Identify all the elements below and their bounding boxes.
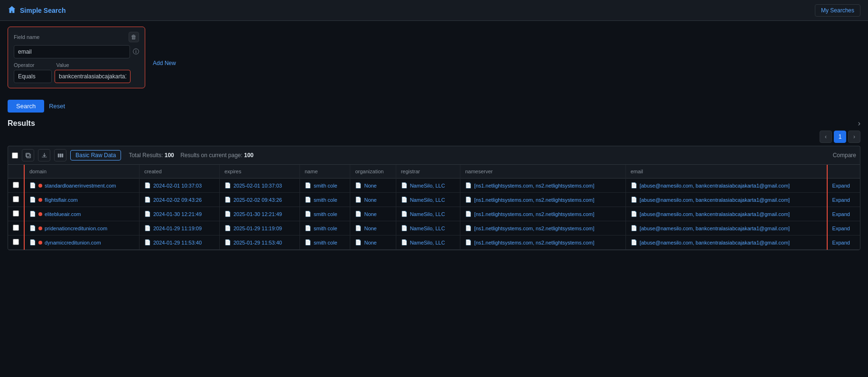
doc-icon: 📄 <box>29 182 36 188</box>
email-link[interactable]: [abuse@namesilo.com, bankcentralasiabcaj… <box>640 240 790 245</box>
registrar-link[interactable]: NameSilo, LLC <box>410 183 445 188</box>
th-email: email <box>625 165 827 179</box>
doc-icon: 📄 <box>465 225 472 231</box>
expires-link[interactable]: 2025-01-30 12:21:49 <box>233 211 282 217</box>
expand-cell[interactable]: Expand <box>827 236 860 250</box>
created-link[interactable]: 2024-02-01 10:37:03 <box>153 183 202 188</box>
page-1-button[interactable]: 1 <box>834 131 846 143</box>
field-select[interactable]: email domain name registrar <box>14 45 130 58</box>
table-row: 📄 dynamiccreditunion.com 📄 2024-01-29 11… <box>8 236 860 250</box>
expires-link[interactable]: 2025-02-01 10:37:03 <box>233 183 282 188</box>
registrar-cell: 📄 NameSilo, LLC <box>396 236 460 250</box>
status-dot <box>38 212 42 216</box>
registrar-link[interactable]: NameSilo, LLC <box>410 211 445 217</box>
value-input[interactable] <box>55 70 131 83</box>
email-link[interactable]: [abuse@namesilo.com, bankcentralasiabcaj… <box>640 197 790 203</box>
domain-link[interactable]: standardloanerinvestment.com <box>45 183 116 188</box>
registrar-link[interactable]: NameSilo, LLC <box>410 197 445 203</box>
email-cell: 📄 [abuse@namesilo.com, bankcentralasiabc… <box>625 236 827 250</box>
current-page-label: Results on current page: <box>180 152 243 159</box>
domain-link[interactable]: pridenationcreditunion.com <box>45 226 107 231</box>
doc-icon: 📄 <box>224 182 231 188</box>
expires-link[interactable]: 2025-01-29 11:53:40 <box>233 240 282 245</box>
registrar-cell: 📄 NameSilo, LLC <box>396 193 460 207</box>
compare-button[interactable]: Compare <box>833 152 856 159</box>
download-button[interactable] <box>38 149 50 161</box>
expand-cell[interactable]: Expand <box>827 207 860 221</box>
status-dot <box>38 226 42 230</box>
nameserver-link[interactable]: [ns1.netlightsystems.com, ns2.netlightsy… <box>474 183 594 188</box>
registrar-link[interactable]: NameSilo, LLC <box>410 240 445 245</box>
total-results-text: Total Results: 100 Results on current pa… <box>129 152 253 159</box>
created-link[interactable]: 2024-01-29 11:19:09 <box>153 226 202 231</box>
prev-page-button[interactable]: ‹ <box>820 131 832 143</box>
domain-link[interactable]: eliteblueair.com <box>45 211 81 217</box>
copy-button[interactable] <box>22 149 34 161</box>
registrar-link[interactable]: NameSilo, LLC <box>410 226 445 231</box>
doc-icon: 📄 <box>355 239 362 245</box>
th-domain: domain <box>24 165 139 179</box>
table-row: 📄 pridenationcreditunion.com 📄 2024-01-2… <box>8 221 860 236</box>
row-checkbox[interactable] <box>13 196 19 202</box>
next-page-button[interactable]: › <box>848 131 860 143</box>
nameserver-link[interactable]: [ns1.netlightsystems.com, ns2.netlightsy… <box>474 211 594 217</box>
created-link[interactable]: 2024-02-02 09:43:26 <box>153 197 202 203</box>
expand-results-arrow[interactable]: › <box>858 119 860 128</box>
nameserver-link[interactable]: [ns1.netlightsystems.com, ns2.netlightsy… <box>474 197 594 203</box>
row-checkbox[interactable] <box>13 210 19 217</box>
doc-icon: 📄 <box>631 197 637 203</box>
th-created: created <box>139 165 219 179</box>
doc-icon: 📄 <box>631 211 637 217</box>
info-icon[interactable]: ⓘ <box>133 47 139 56</box>
app-title: Simple Search <box>20 7 66 14</box>
expand-cell[interactable]: Expand <box>827 193 860 207</box>
operator-select[interactable]: Equals Contains Starts with Ends with <box>14 70 52 83</box>
expand-cell[interactable]: Expand <box>827 179 860 193</box>
columns-button[interactable] <box>54 149 66 161</box>
search-actions: Search Reset <box>8 100 860 113</box>
created-link[interactable]: 2024-01-30 12:21:49 <box>153 211 202 217</box>
my-searches-button[interactable]: My Searches <box>815 4 860 17</box>
registrar-cell: 📄 NameSilo, LLC <box>396 179 460 193</box>
expires-link[interactable]: 2025-02-02 09:43:26 <box>233 197 282 203</box>
email-link[interactable]: [abuse@namesilo.com, bankcentralasiabcaj… <box>640 226 790 231</box>
name-link[interactable]: smith cole <box>314 226 337 231</box>
row-checkbox[interactable] <box>13 182 19 188</box>
domain-link[interactable]: dynamiccreditunion.com <box>45 240 101 245</box>
row-checkbox-cell <box>8 193 24 207</box>
svg-rect-4 <box>61 153 63 157</box>
name-link[interactable]: smith cole <box>314 197 337 203</box>
table-body: 📄 standardloanerinvestment.com 📄 2024-02… <box>8 179 860 250</box>
search-button[interactable]: Search <box>8 100 44 113</box>
nameserver-link[interactable]: [ns1.netlightsystems.com, ns2.netlightsy… <box>474 226 594 231</box>
org-link[interactable]: None <box>364 197 376 203</box>
doc-icon: 📄 <box>631 182 637 188</box>
expires-link[interactable]: 2025-01-29 11:19:09 <box>233 226 282 231</box>
org-link[interactable]: None <box>364 183 376 188</box>
name-link[interactable]: smith cole <box>314 240 337 245</box>
add-new-link[interactable]: Add New <box>153 60 176 66</box>
nameserver-link[interactable]: [ns1.netlightsystems.com, ns2.netlightsy… <box>474 240 594 245</box>
domain-link[interactable]: flightsflair.com <box>45 197 78 203</box>
name-link[interactable]: smith cole <box>314 211 337 217</box>
row-checkbox[interactable] <box>13 239 19 245</box>
doc-icon: 📄 <box>305 225 311 231</box>
reset-button[interactable]: Reset <box>49 103 65 110</box>
org-link[interactable]: None <box>364 226 376 231</box>
email-link[interactable]: [abuse@namesilo.com, bankcentralasiabcaj… <box>640 211 790 217</box>
doc-icon: 📄 <box>224 225 231 231</box>
created-link[interactable]: 2024-01-29 11:53:40 <box>153 240 202 245</box>
org-link[interactable]: None <box>364 240 376 245</box>
email-link[interactable]: [abuse@namesilo.com, bankcentralasiabcaj… <box>640 183 790 188</box>
doc-icon: 📄 <box>144 239 151 245</box>
row-checkbox[interactable] <box>13 225 19 231</box>
nameserver-cell: 📄 [ns1.netlightsystems.com, ns2.netlight… <box>460 193 626 207</box>
org-link[interactable]: None <box>364 211 376 217</box>
delete-filter-button[interactable]: 🗑 <box>129 32 139 42</box>
org-cell: 📄 None <box>350 207 396 221</box>
doc-icon: 📄 <box>224 197 231 203</box>
select-all-checkbox[interactable] <box>12 152 18 159</box>
name-link[interactable]: smith cole <box>314 183 337 188</box>
basic-raw-data-button[interactable]: Basic Raw Data <box>70 150 121 160</box>
expand-cell[interactable]: Expand <box>827 221 860 236</box>
